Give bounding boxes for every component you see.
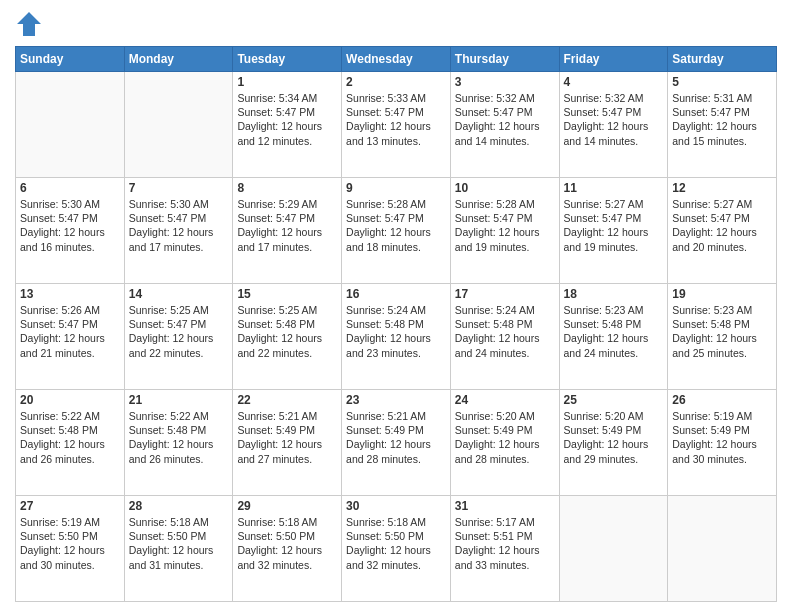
day-info: Sunrise: 5:24 AMSunset: 5:48 PMDaylight:… — [455, 303, 555, 360]
day-cell: 29Sunrise: 5:18 AMSunset: 5:50 PMDayligh… — [233, 496, 342, 602]
day-info: Sunrise: 5:19 AMSunset: 5:49 PMDaylight:… — [672, 409, 772, 466]
week-row-1: 6Sunrise: 5:30 AMSunset: 5:47 PMDaylight… — [16, 178, 777, 284]
day-cell: 7Sunrise: 5:30 AMSunset: 5:47 PMDaylight… — [124, 178, 233, 284]
day-info: Sunrise: 5:19 AMSunset: 5:50 PMDaylight:… — [20, 515, 120, 572]
day-info: Sunrise: 5:30 AMSunset: 5:47 PMDaylight:… — [129, 197, 229, 254]
day-number: 26 — [672, 393, 772, 407]
day-info: Sunrise: 5:33 AMSunset: 5:47 PMDaylight:… — [346, 91, 446, 148]
day-number: 23 — [346, 393, 446, 407]
day-info: Sunrise: 5:27 AMSunset: 5:47 PMDaylight:… — [672, 197, 772, 254]
day-info: Sunrise: 5:23 AMSunset: 5:48 PMDaylight:… — [564, 303, 664, 360]
day-number: 11 — [564, 181, 664, 195]
day-number: 17 — [455, 287, 555, 301]
calendar-table: SundayMondayTuesdayWednesdayThursdayFrid… — [15, 46, 777, 602]
logo-icon — [15, 10, 43, 38]
logo — [15, 10, 47, 38]
day-cell: 1Sunrise: 5:34 AMSunset: 5:47 PMDaylight… — [233, 72, 342, 178]
day-cell — [16, 72, 125, 178]
header-cell-tuesday: Tuesday — [233, 47, 342, 72]
day-number: 28 — [129, 499, 229, 513]
day-info: Sunrise: 5:24 AMSunset: 5:48 PMDaylight:… — [346, 303, 446, 360]
calendar-header: SundayMondayTuesdayWednesdayThursdayFrid… — [16, 47, 777, 72]
week-row-0: 1Sunrise: 5:34 AMSunset: 5:47 PMDaylight… — [16, 72, 777, 178]
day-cell: 6Sunrise: 5:30 AMSunset: 5:47 PMDaylight… — [16, 178, 125, 284]
day-cell: 21Sunrise: 5:22 AMSunset: 5:48 PMDayligh… — [124, 390, 233, 496]
day-number: 20 — [20, 393, 120, 407]
day-info: Sunrise: 5:28 AMSunset: 5:47 PMDaylight:… — [455, 197, 555, 254]
day-number: 18 — [564, 287, 664, 301]
day-number: 31 — [455, 499, 555, 513]
day-cell: 31Sunrise: 5:17 AMSunset: 5:51 PMDayligh… — [450, 496, 559, 602]
week-row-2: 13Sunrise: 5:26 AMSunset: 5:47 PMDayligh… — [16, 284, 777, 390]
day-number: 21 — [129, 393, 229, 407]
header-cell-saturday: Saturday — [668, 47, 777, 72]
day-cell: 22Sunrise: 5:21 AMSunset: 5:49 PMDayligh… — [233, 390, 342, 496]
day-info: Sunrise: 5:31 AMSunset: 5:47 PMDaylight:… — [672, 91, 772, 148]
day-cell: 19Sunrise: 5:23 AMSunset: 5:48 PMDayligh… — [668, 284, 777, 390]
day-info: Sunrise: 5:18 AMSunset: 5:50 PMDaylight:… — [346, 515, 446, 572]
week-row-3: 20Sunrise: 5:22 AMSunset: 5:48 PMDayligh… — [16, 390, 777, 496]
day-number: 14 — [129, 287, 229, 301]
day-number: 27 — [20, 499, 120, 513]
day-cell: 24Sunrise: 5:20 AMSunset: 5:49 PMDayligh… — [450, 390, 559, 496]
day-info: Sunrise: 5:21 AMSunset: 5:49 PMDaylight:… — [346, 409, 446, 466]
day-number: 9 — [346, 181, 446, 195]
day-cell: 5Sunrise: 5:31 AMSunset: 5:47 PMDaylight… — [668, 72, 777, 178]
header-cell-friday: Friday — [559, 47, 668, 72]
day-info: Sunrise: 5:25 AMSunset: 5:47 PMDaylight:… — [129, 303, 229, 360]
day-cell: 14Sunrise: 5:25 AMSunset: 5:47 PMDayligh… — [124, 284, 233, 390]
day-cell: 8Sunrise: 5:29 AMSunset: 5:47 PMDaylight… — [233, 178, 342, 284]
day-number: 3 — [455, 75, 555, 89]
day-cell: 12Sunrise: 5:27 AMSunset: 5:47 PMDayligh… — [668, 178, 777, 284]
day-cell: 28Sunrise: 5:18 AMSunset: 5:50 PMDayligh… — [124, 496, 233, 602]
day-cell: 15Sunrise: 5:25 AMSunset: 5:48 PMDayligh… — [233, 284, 342, 390]
header-cell-wednesday: Wednesday — [342, 47, 451, 72]
day-info: Sunrise: 5:22 AMSunset: 5:48 PMDaylight:… — [20, 409, 120, 466]
day-number: 7 — [129, 181, 229, 195]
day-cell: 23Sunrise: 5:21 AMSunset: 5:49 PMDayligh… — [342, 390, 451, 496]
header-row: SundayMondayTuesdayWednesdayThursdayFrid… — [16, 47, 777, 72]
day-cell: 3Sunrise: 5:32 AMSunset: 5:47 PMDaylight… — [450, 72, 559, 178]
day-info: Sunrise: 5:18 AMSunset: 5:50 PMDaylight:… — [237, 515, 337, 572]
header — [15, 10, 777, 38]
day-info: Sunrise: 5:26 AMSunset: 5:47 PMDaylight:… — [20, 303, 120, 360]
day-cell: 25Sunrise: 5:20 AMSunset: 5:49 PMDayligh… — [559, 390, 668, 496]
day-info: Sunrise: 5:32 AMSunset: 5:47 PMDaylight:… — [564, 91, 664, 148]
day-number: 29 — [237, 499, 337, 513]
day-info: Sunrise: 5:18 AMSunset: 5:50 PMDaylight:… — [129, 515, 229, 572]
day-number: 12 — [672, 181, 772, 195]
day-info: Sunrise: 5:21 AMSunset: 5:49 PMDaylight:… — [237, 409, 337, 466]
day-info: Sunrise: 5:32 AMSunset: 5:47 PMDaylight:… — [455, 91, 555, 148]
calendar-body: 1Sunrise: 5:34 AMSunset: 5:47 PMDaylight… — [16, 72, 777, 602]
day-number: 1 — [237, 75, 337, 89]
day-cell — [668, 496, 777, 602]
day-number: 6 — [20, 181, 120, 195]
day-number: 8 — [237, 181, 337, 195]
day-info: Sunrise: 5:20 AMSunset: 5:49 PMDaylight:… — [455, 409, 555, 466]
day-number: 19 — [672, 287, 772, 301]
header-cell-sunday: Sunday — [16, 47, 125, 72]
day-number: 10 — [455, 181, 555, 195]
day-number: 25 — [564, 393, 664, 407]
day-number: 22 — [237, 393, 337, 407]
day-cell — [124, 72, 233, 178]
day-info: Sunrise: 5:17 AMSunset: 5:51 PMDaylight:… — [455, 515, 555, 572]
day-cell: 10Sunrise: 5:28 AMSunset: 5:47 PMDayligh… — [450, 178, 559, 284]
day-cell: 9Sunrise: 5:28 AMSunset: 5:47 PMDaylight… — [342, 178, 451, 284]
day-info: Sunrise: 5:27 AMSunset: 5:47 PMDaylight:… — [564, 197, 664, 254]
day-number: 5 — [672, 75, 772, 89]
day-cell — [559, 496, 668, 602]
day-info: Sunrise: 5:34 AMSunset: 5:47 PMDaylight:… — [237, 91, 337, 148]
day-info: Sunrise: 5:23 AMSunset: 5:48 PMDaylight:… — [672, 303, 772, 360]
day-info: Sunrise: 5:30 AMSunset: 5:47 PMDaylight:… — [20, 197, 120, 254]
day-number: 30 — [346, 499, 446, 513]
day-number: 16 — [346, 287, 446, 301]
svg-marker-0 — [17, 12, 41, 36]
header-cell-thursday: Thursday — [450, 47, 559, 72]
page: SundayMondayTuesdayWednesdayThursdayFrid… — [0, 0, 792, 612]
day-number: 13 — [20, 287, 120, 301]
day-cell: 4Sunrise: 5:32 AMSunset: 5:47 PMDaylight… — [559, 72, 668, 178]
day-info: Sunrise: 5:25 AMSunset: 5:48 PMDaylight:… — [237, 303, 337, 360]
day-info: Sunrise: 5:28 AMSunset: 5:47 PMDaylight:… — [346, 197, 446, 254]
day-cell: 17Sunrise: 5:24 AMSunset: 5:48 PMDayligh… — [450, 284, 559, 390]
